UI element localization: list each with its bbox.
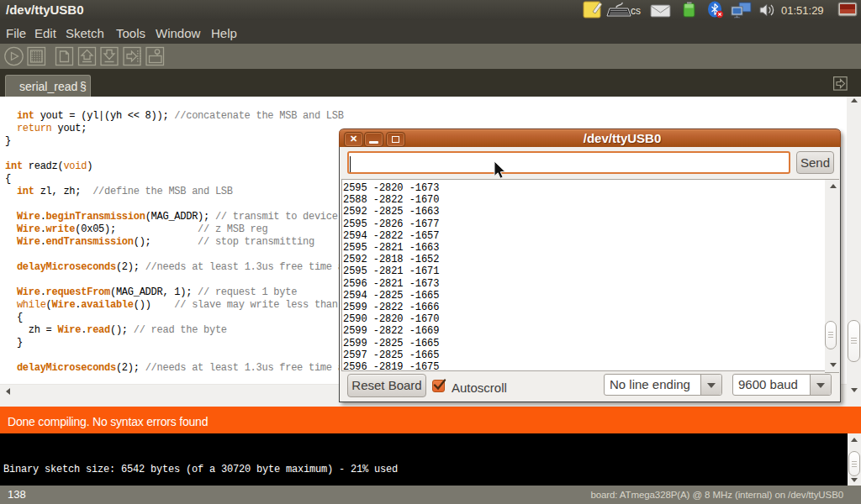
svg-text:cs: cs [631, 5, 641, 17]
